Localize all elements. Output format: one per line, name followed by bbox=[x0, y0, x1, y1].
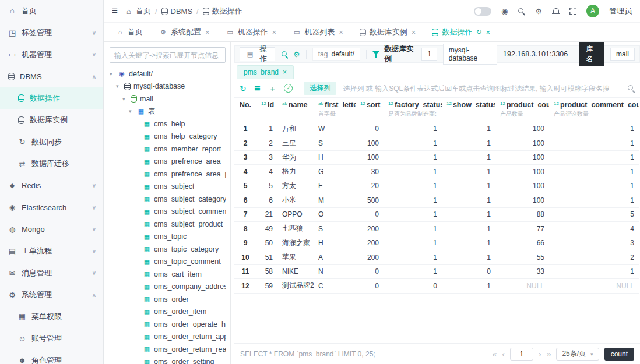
grid-cell[interactable]: 58 bbox=[256, 264, 277, 279]
grid-cell[interactable]: 海澜之家 bbox=[277, 236, 314, 250]
grid-cell[interactable]: 1 bbox=[384, 150, 442, 165]
grid-cell[interactable]: 0 bbox=[384, 279, 442, 294]
column-header-factory-status[interactable]: 12factory_status是否为品牌制造商: 0-> bbox=[384, 98, 442, 122]
grid-cell[interactable]: OPPO bbox=[277, 207, 314, 222]
column-header-id[interactable]: 12id bbox=[256, 98, 277, 122]
grid-cell[interactable]: NULL bbox=[495, 279, 549, 294]
sidebar-item-redis[interactable]: ◆Redis∨ bbox=[0, 175, 103, 197]
grid-cell[interactable]: 1 bbox=[549, 136, 639, 151]
sidebar-item-mongo[interactable]: ◍Mongo∨ bbox=[0, 218, 103, 241]
grid-cell[interactable]: 20 bbox=[356, 179, 384, 193]
grid-cell[interactable]: 测试品牌2 bbox=[277, 279, 314, 294]
grid-cell[interactable]: 100 bbox=[495, 179, 549, 193]
table-row[interactable]: 55方太F20111001 bbox=[234, 179, 639, 193]
table-row[interactable]: 11万和W0111001 bbox=[234, 122, 639, 136]
grid-cell[interactable]: 200 bbox=[356, 236, 384, 250]
close-icon[interactable]: × bbox=[486, 28, 490, 37]
avatar[interactable]: A bbox=[586, 5, 599, 17]
grid-cell[interactable]: 100 bbox=[495, 122, 549, 136]
operate-button[interactable]: ▤ 操作 bbox=[240, 47, 275, 61]
grid-cell[interactable]: 0 bbox=[356, 264, 384, 279]
grid-cell[interactable]: 3 bbox=[549, 236, 639, 250]
grid-cell[interactable]: 1 bbox=[442, 165, 495, 179]
grid-cell[interactable]: 21 bbox=[256, 207, 277, 222]
tree-expand-icon[interactable]: ▾ bbox=[116, 83, 121, 89]
tree-table-item[interactable]: ▦cms_subject bbox=[110, 181, 226, 193]
grid-cell[interactable]: 12 bbox=[234, 279, 256, 294]
grid-cell[interactable]: 1 bbox=[384, 264, 442, 279]
tab-machine-operation[interactable]: ▭机器操作× bbox=[220, 23, 283, 41]
column-header-name[interactable]: abname bbox=[277, 98, 314, 122]
grid-cell[interactable]: NULL bbox=[549, 279, 639, 294]
grid-cell[interactable]: 30 bbox=[356, 165, 384, 179]
count-button[interactable]: count bbox=[604, 348, 634, 361]
grid-cell[interactable]: W bbox=[314, 122, 356, 136]
grid-cell[interactable]: 七匹狼 bbox=[277, 222, 314, 236]
tree-table-item[interactable]: ▦oms_cart_item bbox=[110, 268, 226, 281]
grid-cell[interactable]: 3 bbox=[256, 150, 277, 165]
grid-cell[interactable]: 59 bbox=[256, 279, 277, 294]
tree-table-item[interactable]: ▦cms_subject_product_relati bbox=[110, 218, 226, 231]
tree-table-item[interactable]: ▦oms_order_operate_history bbox=[110, 318, 226, 331]
tree-expand-icon[interactable]: ▾ bbox=[110, 71, 115, 77]
table-row[interactable]: 721OPPOO011885 bbox=[234, 207, 639, 222]
grid-cell[interactable]: 0 bbox=[356, 207, 384, 222]
tab-home[interactable]: ⌂首页 bbox=[110, 23, 149, 41]
table-tab-pms-brand[interactable]: pms_brand × bbox=[237, 65, 294, 79]
tree-table-item[interactable]: ▦cms_subject_category bbox=[110, 193, 226, 206]
sidebar-item-message-management[interactable]: ✉消息管理∨ bbox=[0, 262, 103, 284]
grid-cell[interactable]: 华为 bbox=[277, 150, 314, 165]
grid-cell[interactable]: 1 bbox=[442, 179, 495, 193]
grid-cell[interactable]: 500 bbox=[356, 193, 384, 208]
table-row[interactable]: 33华为H100111001 bbox=[234, 150, 639, 165]
filter-search-icon[interactable] bbox=[627, 84, 635, 92]
grid-cell[interactable]: NIKE bbox=[277, 264, 314, 279]
grid-cell[interactable]: 方太 bbox=[277, 179, 314, 193]
tree-table-item[interactable]: ▦oms_order_return_reason bbox=[110, 343, 226, 356]
column-settings-icon[interactable]: ≣ bbox=[254, 84, 261, 93]
select-columns-button[interactable]: 选择列 bbox=[304, 82, 336, 95]
grid-cell[interactable]: 66 bbox=[495, 236, 549, 250]
grid-cell[interactable]: 9 bbox=[234, 236, 256, 250]
table-row[interactable]: 950海澜之家H20011663 bbox=[234, 236, 639, 250]
grid-cell[interactable]: 10 bbox=[234, 250, 256, 265]
grid-cell[interactable]: 1 bbox=[384, 179, 442, 193]
refresh-icon[interactable]: ↻ bbox=[240, 84, 247, 93]
grid-cell[interactable]: 1 bbox=[384, 136, 442, 151]
grid-cell[interactable]: 4 bbox=[256, 165, 277, 179]
tree-table-item[interactable]: ▦cms_topic_comment bbox=[110, 256, 226, 268]
grid-cell[interactable]: H bbox=[314, 236, 356, 250]
grid-cell[interactable]: 7 bbox=[234, 207, 256, 222]
grid-cell[interactable]: 200 bbox=[356, 222, 384, 236]
tree-table-item[interactable]: ▦cms_help_category bbox=[110, 130, 226, 143]
grid-cell[interactable]: S bbox=[314, 222, 356, 236]
grid-cell[interactable]: 100 bbox=[356, 136, 384, 151]
fullscreen-icon[interactable] bbox=[569, 8, 576, 15]
grid-cell[interactable]: 1 bbox=[442, 122, 495, 136]
grid-cell[interactable]: 1 bbox=[442, 207, 495, 222]
table-row[interactable]: 44格力G30111001 bbox=[234, 165, 639, 179]
close-icon[interactable]: × bbox=[412, 28, 416, 37]
column-header-product-count[interactable]: 12product_count产品数量 bbox=[495, 98, 549, 122]
sidebar-item-data-operation[interactable]: 数据操作 bbox=[0, 87, 103, 109]
filter-input[interactable] bbox=[342, 84, 622, 93]
grid-cell[interactable]: 8 bbox=[234, 222, 256, 236]
grid-cell[interactable]: 33 bbox=[495, 264, 549, 279]
breadcrumb-item-0[interactable]: ⌂首页 bbox=[125, 6, 151, 16]
tab-data-operation[interactable]: 数据操作↻× bbox=[426, 23, 497, 41]
grid-cell[interactable]: N bbox=[314, 264, 356, 279]
tree-expand-icon[interactable]: ▾ bbox=[129, 108, 134, 114]
settings-icon[interactable]: ⚙ bbox=[535, 7, 542, 16]
grid-cell[interactable]: 3 bbox=[234, 150, 256, 165]
page-size-select[interactable]: 25条/页 ▾ bbox=[556, 348, 599, 361]
add-row-icon[interactable]: ＋ bbox=[268, 84, 276, 93]
grid-cell[interactable]: S bbox=[314, 136, 356, 151]
grid-cell[interactable]: 格力 bbox=[277, 165, 314, 179]
sidebar-item-account-management[interactable]: ☺账号管理 bbox=[0, 328, 103, 350]
tab-system-config[interactable]: ⚙系统配置× bbox=[153, 23, 216, 41]
grid-cell[interactable]: 1 bbox=[442, 150, 495, 165]
db-name-value[interactable]: mall bbox=[610, 48, 635, 61]
grid-cell[interactable]: 2 bbox=[256, 136, 277, 151]
sidebar-item-elasticsearch[interactable]: ◉Elasticsearch∨ bbox=[0, 197, 103, 219]
column-header-show-status[interactable]: 12show_status bbox=[442, 98, 495, 122]
